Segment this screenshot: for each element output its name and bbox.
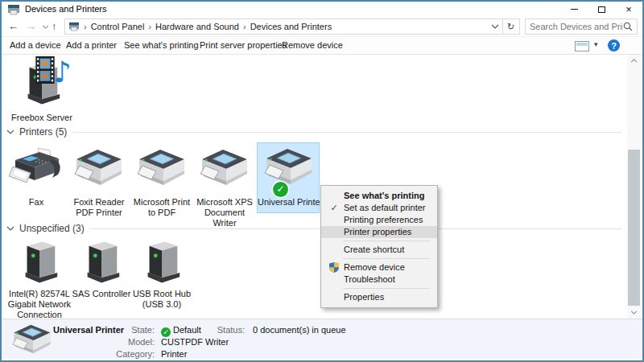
model-value: CUSTPDF Writer — [161, 337, 229, 347]
device-item-sas-controller[interactable]: SAS Controller — [67, 238, 136, 319]
printer-item-foxit-reader-pdf[interactable]: Foxit Reader PDF Printer — [68, 142, 130, 213]
category-value: Printer — [161, 349, 187, 359]
menu-item-printing-preferences[interactable]: Printing preferences — [321, 214, 437, 226]
printer-item-universal-printer[interactable]: ✓ Universal Printer — [257, 142, 320, 213]
remove-device-button[interactable]: Remove device — [282, 40, 343, 50]
section-title: Unspecified (3) — [19, 223, 85, 234]
see-whats-printing-button[interactable]: See what's printing — [124, 40, 199, 50]
add-printer-button[interactable]: Add a printer — [66, 40, 117, 50]
menu-separator — [343, 258, 430, 259]
devices-and-printers-window: Devices and Printers × ← → ↑ › Control P… — [0, 0, 644, 362]
search-box — [525, 19, 638, 35]
search-icon — [623, 22, 633, 31]
uac-shield-icon — [327, 261, 341, 274]
printer-item-microsoft-xps[interactable]: Microsoft XPS Document Writer — [193, 142, 256, 213]
search-input[interactable] — [530, 22, 623, 31]
add-device-button[interactable]: Add a device — [10, 40, 61, 50]
menu-item-printer-properties[interactable]: Printer properties — [321, 226, 437, 238]
crumb-devices-and-printers[interactable]: Devices and Printers — [250, 22, 332, 31]
status-label: Status: — [195, 325, 245, 335]
back-button[interactable]: ← — [8, 20, 19, 32]
details-pane: Universal Printer State: ✓Default Model:… — [2, 319, 642, 359]
section-title: Printers (5) — [19, 126, 67, 138]
minimize-icon — [571, 9, 578, 10]
app-icon — [7, 4, 20, 15]
breadcrumb[interactable]: › Control Panel › Hardware and Sound › D… — [64, 19, 503, 35]
command-bar: Add a device Add a printer See what's pr… — [2, 36, 642, 55]
maximize-button[interactable] — [588, 2, 615, 17]
state-label: State: — [98, 325, 155, 335]
breadcrumb-app-icon — [68, 22, 80, 31]
minimize-button[interactable] — [560, 2, 588, 17]
window-title: Devices and Printers — [25, 4, 107, 14]
device-item-intel-network[interactable]: Intel(R) 82574L Gigabit Network Connecti… — [5, 238, 74, 319]
menu-item-troubleshoot[interactable]: Troubleshoot — [321, 274, 437, 286]
close-button[interactable]: × — [615, 2, 642, 17]
collapse-chevron-icon — [6, 130, 14, 134]
music-note-icon: ♪ — [53, 58, 72, 87]
device-label: SAS Controller — [67, 289, 136, 299]
address-bar: ← → ↑ › Control Panel › Hardware and Sou… — [2, 17, 642, 36]
forward-button: → — [26, 20, 36, 32]
printer-item-microsoft-print-to-pdf[interactable]: Microsoft Print to PDF — [130, 142, 193, 213]
collapse-chevron-icon — [6, 226, 14, 231]
scroll-down-icon[interactable] — [627, 306, 641, 319]
printer-context-menu: See what's printing ✓ Set as default pri… — [320, 185, 438, 308]
vertical-scrollbar[interactable] — [627, 55, 641, 319]
status-value: 0 document(s) in queue — [253, 325, 346, 335]
tower-device-icon — [138, 240, 185, 285]
printer-label: Foxit Reader PDF Printer — [68, 197, 130, 218]
refresh-button[interactable]: ↻ — [502, 19, 520, 35]
default-check-icon: ✓ — [161, 327, 171, 337]
view-dropdown-icon[interactable]: ▾ — [594, 40, 598, 48]
printer-icon — [136, 149, 188, 191]
device-item-freebox-server[interactable]: ♪ Freebox Server — [8, 56, 76, 125]
crumb-separator-icon: › — [148, 22, 151, 31]
menu-item-see-whats-printing[interactable]: See what's printing — [321, 190, 437, 202]
history-dropdown-icon[interactable] — [42, 25, 49, 29]
menu-separator — [343, 288, 430, 289]
crumb-separator-icon: › — [84, 22, 87, 31]
selected-printer-icon — [11, 324, 53, 358]
printer-label: Microsoft Print to PDF — [130, 197, 193, 218]
tower-device-icon — [78, 240, 125, 285]
maximize-icon — [598, 6, 605, 13]
menu-item-remove-device[interactable]: Remove device — [321, 261, 437, 274]
printer-label: Fax — [5, 197, 68, 208]
scroll-up-icon[interactable] — [627, 55, 641, 67]
printer-icon — [73, 149, 125, 191]
device-label: USB Root Hub (USB 3.0) — [127, 289, 196, 310]
scrollbar-thumb[interactable] — [628, 150, 640, 306]
menu-item-set-as-default[interactable]: ✓ Set as default printer — [321, 202, 437, 214]
printer-item-fax[interactable]: Fax — [5, 142, 68, 213]
menu-item-properties[interactable]: Properties — [321, 291, 437, 303]
change-view-icon[interactable] — [575, 41, 589, 51]
tower-device-icon — [16, 240, 63, 285]
help-icon[interactable]: ? — [608, 39, 620, 51]
default-printer-badge: ✓ — [273, 182, 288, 197]
address-dropdown-icon[interactable] — [491, 24, 499, 29]
printer-label: Universal Printer — [258, 197, 319, 208]
up-button[interactable]: ↑ — [52, 20, 57, 32]
device-label: Intel(R) 82574L Gigabit Network Connecti… — [5, 289, 74, 320]
model-label: Model: — [98, 337, 155, 347]
section-header-unspecified[interactable]: Unspecified (3) — [6, 223, 621, 234]
device-label: Freebox Server — [8, 113, 76, 123]
filmstrip-icon — [35, 56, 55, 84]
section-header-printers[interactable]: Printers (5) — [6, 126, 621, 138]
device-item-usb-root-hub[interactable]: USB Root Hub (USB 3.0) — [127, 238, 196, 319]
section-rule — [72, 132, 621, 133]
crumb-separator-icon: › — [243, 22, 246, 31]
title-bar: Devices and Printers × — [2, 2, 642, 17]
checkmark-icon: ✓ — [327, 202, 341, 214]
crumb-hardware-and-sound[interactable]: Hardware and Sound — [155, 22, 239, 31]
printer-icon — [263, 148, 315, 190]
fax-icon — [7, 147, 65, 191]
print-server-properties-button[interactable]: Print server properties — [200, 40, 287, 50]
menu-item-create-shortcut[interactable]: Create shortcut — [321, 244, 437, 256]
category-label: Category: — [98, 349, 155, 359]
crumb-control-panel[interactable]: Control Panel — [91, 22, 145, 31]
menu-separator — [343, 241, 430, 241]
printer-icon — [199, 149, 250, 191]
